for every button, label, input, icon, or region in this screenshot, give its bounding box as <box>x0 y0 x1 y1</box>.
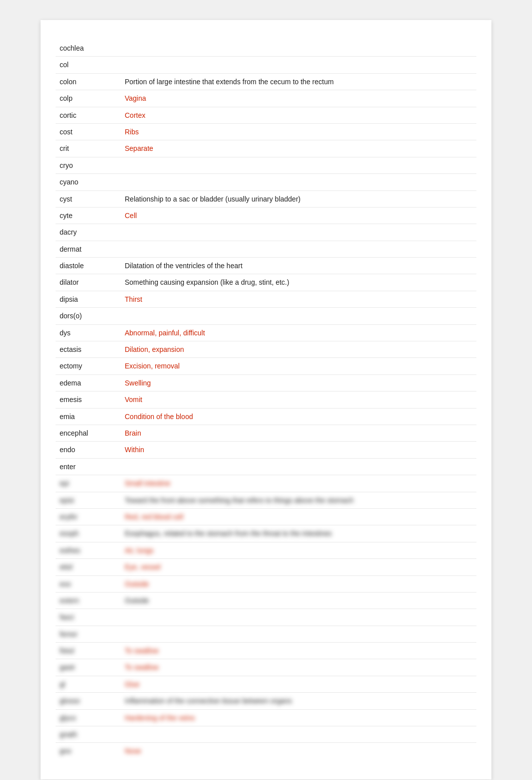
table-row: dilatorSomething causing expansion (like… <box>56 274 476 291</box>
table-row-blurred: glycoHardening of the veins <box>56 709 476 726</box>
table-row-blurred: gnath <box>56 726 476 743</box>
definition-cell <box>121 241 476 257</box>
term-cell-blurred: gl <box>56 676 121 692</box>
term-cell-blurred: fistul <box>56 643 121 659</box>
table-row: emesisVomit <box>56 392 476 408</box>
definition-cell: Ribs <box>121 123 476 140</box>
table-row-blurred: femor <box>56 626 476 642</box>
definition-cell-blurred: Toward the front above something that re… <box>121 492 476 508</box>
definition-cell-blurred: Air, lungs <box>121 542 476 558</box>
definition-cell-blurred: Small intestine <box>121 475 476 492</box>
definition-cell: Dilatation of the ventricles of the hear… <box>121 258 476 274</box>
definition-cell: Abnormal, painful, difficult <box>121 324 476 341</box>
table-row: cochlea <box>56 40 476 57</box>
table-row: corticCortex <box>56 107 476 123</box>
definition-cell: Excision, removal <box>121 358 476 374</box>
term-cell: cyano <box>56 174 121 190</box>
table-row-blurred: esthesAir, lungs <box>56 542 476 558</box>
table-row: encephalBrain <box>56 425 476 441</box>
table-row: dermat <box>56 241 476 257</box>
term-cell: encephal <box>56 425 121 441</box>
definition-cell-blurred: Hardening of the veins <box>121 709 476 726</box>
definition-cell <box>121 40 476 57</box>
table-row-blurred: esophEsophagus, related to the stomach f… <box>56 525 476 542</box>
term-cell-blurred: fasci <box>56 609 121 626</box>
table-row-blurred: etiolEye, vessel <box>56 559 476 575</box>
definition-cell-blurred: Nose <box>121 743 476 759</box>
term-cell: cochlea <box>56 40 121 57</box>
definition-cell-blurred: To swallow <box>121 643 476 659</box>
definition-cell-blurred <box>121 626 476 642</box>
term-cell-blurred: gnath <box>56 726 121 743</box>
table-row-blurred: exoOutside <box>56 575 476 592</box>
term-cell: emia <box>56 408 121 425</box>
term-cell: colp <box>56 90 121 107</box>
term-cell: endo <box>56 442 121 458</box>
table-row-blurred: episiToward the front above something th… <box>56 492 476 508</box>
definition-cell <box>121 57 476 73</box>
definition-cell: Cell <box>121 207 476 224</box>
term-cell: dipsia <box>56 291 121 307</box>
term-cell-blurred: erythr <box>56 508 121 525</box>
term-cell: dermat <box>56 241 121 257</box>
term-cell-blurred: esoph <box>56 525 121 542</box>
definition-cell <box>121 174 476 190</box>
term-cell-blurred: glyco <box>56 709 121 726</box>
term-cell: cryo <box>56 157 121 173</box>
definition-cell: Vagina <box>121 90 476 107</box>
table-row-blurred: glossoInflammation of the connective tis… <box>56 693 476 709</box>
table-row: edemaSwelling <box>56 374 476 391</box>
definition-cell: Separate <box>121 140 476 157</box>
term-cell: emesis <box>56 392 121 408</box>
definition-cell: Cortex <box>121 107 476 123</box>
term-cell: crit <box>56 140 121 157</box>
term-cell: cost <box>56 123 121 140</box>
table-row-blurred: externOutside <box>56 592 476 609</box>
table-row: cyano <box>56 174 476 190</box>
definition-cell: Swelling <box>121 374 476 391</box>
definition-cell: Relationship to a sac or bladder (usuall… <box>121 190 476 207</box>
term-cell-blurred: exo <box>56 575 121 592</box>
term-cell: dys <box>56 324 121 341</box>
table-row-blurred: gnoNose <box>56 743 476 759</box>
definition-cell: Portion of large intestine that extends … <box>121 73 476 90</box>
term-cell: diastole <box>56 258 121 274</box>
definition-cell-blurred: Inflammation of the connective tissue be… <box>121 693 476 709</box>
term-cell: col <box>56 57 121 73</box>
table-row: ectasisDilation, expansion <box>56 341 476 358</box>
definition-cell <box>121 157 476 173</box>
term-cell: cyst <box>56 190 121 207</box>
table-row: dacry <box>56 224 476 241</box>
definition-cell-blurred: Red, red blood cell <box>121 508 476 525</box>
table-row: endoWithin <box>56 442 476 458</box>
table-row-blurred: erythrRed, red blood cell <box>56 508 476 525</box>
definition-cell: Something causing expansion (like a drug… <box>121 274 476 291</box>
definition-cell: Thirst <box>121 291 476 307</box>
term-cell: dacry <box>56 224 121 241</box>
term-cell-blurred: esthes <box>56 542 121 558</box>
definition-cell: Condition of the blood <box>121 408 476 425</box>
term-cell-blurred: extern <box>56 592 121 609</box>
definition-cell-blurred: Glue <box>121 676 476 692</box>
table-row-blurred: glGlue <box>56 676 476 692</box>
term-cell: edema <box>56 374 121 391</box>
table-row: cyteCell <box>56 207 476 224</box>
table-row-blurred: fasci <box>56 609 476 626</box>
table-row: critSeparate <box>56 140 476 157</box>
table-row: dors(o) <box>56 308 476 324</box>
definition-cell <box>121 308 476 324</box>
term-cell-blurred: episi <box>56 492 121 508</box>
term-cell: dors(o) <box>56 308 121 324</box>
term-cell: ectomy <box>56 358 121 374</box>
term-cell-blurred: glosso <box>56 693 121 709</box>
page: cochleacolcolonPortion of large intestin… <box>41 20 491 779</box>
table-row: dipsiaThirst <box>56 291 476 307</box>
table-row-blurred: epiSmall intestine <box>56 475 476 492</box>
term-cell: colon <box>56 73 121 90</box>
definition-cell-blurred: Esophagus, related to the stomach from t… <box>121 525 476 542</box>
definition-cell: Vomit <box>121 392 476 408</box>
table-row: cryo <box>56 157 476 173</box>
table-row-blurred: gastrTo swallow <box>56 659 476 676</box>
table-row: diastoleDilatation of the ventricles of … <box>56 258 476 274</box>
definition-cell-blurred: Eye, vessel <box>121 559 476 575</box>
